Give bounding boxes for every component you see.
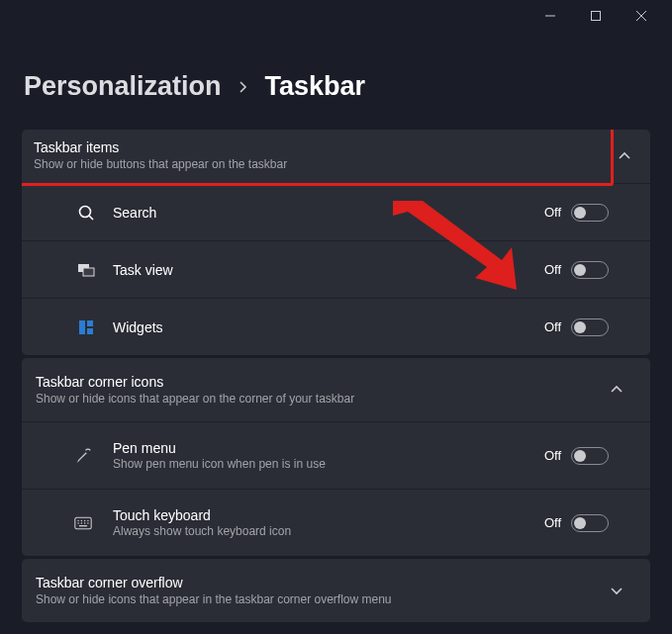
chevron-up-icon: [603, 376, 630, 404]
task-view-icon: [77, 261, 95, 279]
minimize-button[interactable]: [528, 0, 573, 32]
svg-point-4: [80, 206, 91, 217]
chevron-up-icon: [611, 142, 638, 170]
svg-point-17: [87, 519, 88, 520]
svg-point-21: [87, 522, 88, 523]
section-header-taskbar-items[interactable]: Taskbar items Show or hide buttons that …: [22, 130, 650, 183]
row-pen-menu: Pen menu Show pen menu icon when pen is …: [22, 421, 650, 489]
row-title: Touch keyboard: [113, 507, 544, 523]
row-task-view: Task view Off: [22, 240, 650, 298]
svg-rect-9: [87, 320, 93, 326]
page-title: Taskbar: [265, 71, 366, 102]
toggle-pen-menu[interactable]: [571, 447, 609, 465]
chevron-right-icon: [238, 75, 249, 98]
toggle-widgets[interactable]: [571, 318, 609, 336]
section-title: Taskbar corner icons: [36, 374, 603, 390]
section-corner-icons: Taskbar corner icons Show or hide icons …: [22, 358, 650, 556]
close-button[interactable]: [619, 0, 664, 32]
section-title: Taskbar items: [34, 139, 599, 155]
svg-point-14: [77, 519, 78, 520]
svg-rect-22: [79, 525, 87, 526]
toggle-state: Off: [544, 319, 561, 334]
row-title: Pen menu: [113, 440, 544, 456]
row-label: Widgets: [113, 319, 544, 335]
search-icon: [77, 204, 95, 222]
svg-rect-7: [83, 268, 94, 276]
breadcrumb-parent[interactable]: Personalization: [24, 71, 222, 102]
svg-line-5: [89, 216, 93, 220]
section-title: Taskbar corner overflow: [36, 575, 603, 590]
toggle-state: Off: [544, 205, 561, 220]
svg-point-15: [81, 519, 82, 520]
breadcrumb: Personalization Taskbar: [22, 71, 650, 102]
row-label: Search: [113, 205, 544, 221]
svg-line-11: [78, 452, 86, 460]
toggle-search[interactable]: [571, 204, 609, 222]
pen-menu-icon: [74, 447, 92, 465]
section-desc: Show or hide icons that appear in the ta…: [36, 592, 603, 606]
section-header-corner-overflow[interactable]: Taskbar corner overflow Show or hide ico…: [22, 559, 650, 622]
svg-rect-13: [75, 517, 91, 528]
toggle-state: Off: [544, 448, 561, 463]
toggle-task-view[interactable]: [571, 261, 609, 279]
row-touch-keyboard: Touch keyboard Always show touch keyboar…: [22, 489, 650, 556]
svg-point-16: [84, 519, 85, 520]
section-corner-overflow: Taskbar corner overflow Show or hide ico…: [22, 559, 650, 622]
toggle-state: Off: [544, 262, 561, 277]
section-header-corner-icons[interactable]: Taskbar corner icons Show or hide icons …: [22, 358, 650, 421]
svg-point-19: [81, 522, 82, 523]
maximize-button[interactable]: [573, 0, 619, 32]
svg-rect-1: [592, 12, 601, 21]
chevron-down-icon: [603, 577, 630, 604]
toggle-state: Off: [544, 515, 561, 530]
section-desc: Show or hide icons that appear on the co…: [36, 392, 603, 406]
row-search: Search Off: [22, 183, 650, 240]
svg-point-20: [84, 522, 85, 523]
svg-rect-8: [79, 320, 85, 334]
row-desc: Show pen menu icon when pen is in use: [113, 457, 544, 471]
toggle-touch-keyboard[interactable]: [571, 514, 609, 532]
row-widgets: Widgets Off: [22, 298, 650, 355]
svg-point-18: [77, 522, 78, 523]
section-desc: Show or hide buttons that appear on the …: [34, 157, 599, 171]
row-label: Task view: [113, 262, 544, 278]
window-titlebar: [0, 0, 672, 32]
section-taskbar-items: Taskbar items Show or hide buttons that …: [22, 130, 650, 355]
widgets-icon: [77, 318, 95, 336]
svg-rect-10: [87, 328, 93, 334]
row-desc: Always show touch keyboard icon: [113, 524, 544, 538]
touch-keyboard-icon: [74, 514, 92, 532]
